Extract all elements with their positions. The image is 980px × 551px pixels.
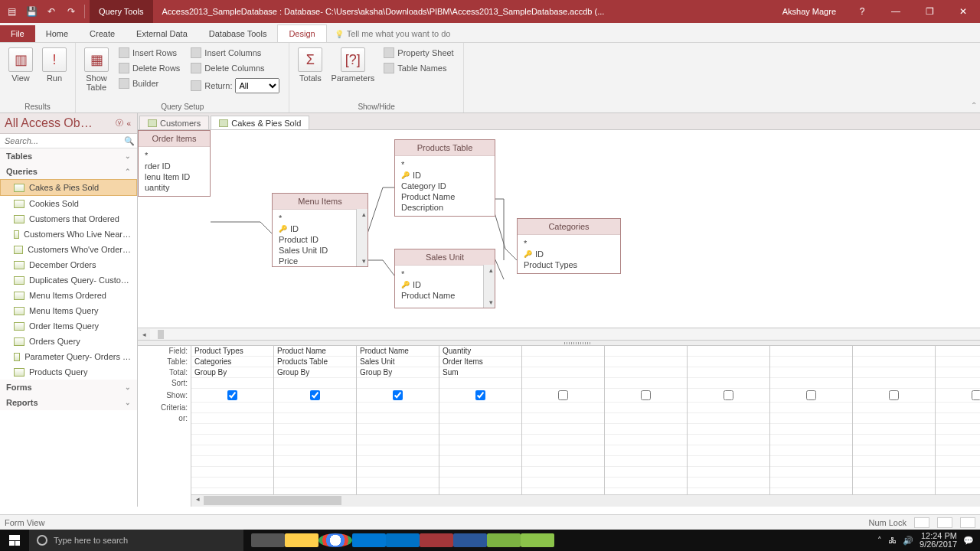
cell-criteria[interactable] (191, 403, 273, 413)
chrome-icon[interactable] (318, 530, 352, 551)
field-star[interactable]: * (143, 150, 205, 161)
cell-blank[interactable] (936, 478, 980, 488)
cell-sort[interactable] (605, 378, 687, 389)
nav-group-tables[interactable]: Tables⌄ (0, 148, 137, 164)
tab-design[interactable]: Design (277, 24, 326, 42)
taskbar-search[interactable]: Type here to search (29, 530, 243, 551)
cell-blank[interactable] (357, 456, 439, 467)
cell-table[interactable]: Categories (191, 357, 273, 367)
app-icon[interactable] (521, 530, 554, 551)
cell-blank[interactable] (439, 478, 521, 488)
nav-query-item[interactable]: Order Items Query (0, 318, 137, 334)
show-checkbox[interactable] (227, 390, 237, 400)
view-button[interactable]: ▥View (6, 44, 35, 86)
cell-show[interactable] (936, 389, 980, 403)
query-diagram[interactable]: Order Items * rder ID lenu Item ID uanti… (138, 130, 980, 328)
user-name[interactable]: Akshay Magre (773, 7, 845, 16)
field-product-types[interactable]: Product Types (522, 259, 616, 270)
cell-blank[interactable] (274, 424, 356, 435)
tell-me-input[interactable]: Tell me what you want to do (327, 25, 459, 42)
cell-sort[interactable] (853, 378, 935, 389)
table-sales-unit[interactable]: ▴ ▾ Sales Unit * 🔑ID Product Name (394, 249, 495, 308)
grid-column[interactable]: Product NameSales UnitGroup By (357, 346, 439, 507)
cell-sort[interactable] (688, 378, 769, 389)
view-design-icon[interactable] (960, 517, 975, 528)
cell-show[interactable] (853, 389, 935, 403)
grid-column[interactable]: Product NameProducts TableGroup By (274, 346, 357, 507)
cell-total[interactable]: Sum (439, 367, 521, 378)
field-id[interactable]: 🔑ID (277, 223, 363, 234)
nav-query-item[interactable]: Customers Who've Order… (0, 242, 137, 257)
cell-show[interactable] (191, 389, 273, 403)
field-menu-item-id[interactable]: lenu Item ID (143, 171, 205, 182)
cell-or[interactable] (853, 413, 935, 424)
nav-query-item[interactable]: Orders Query (0, 334, 137, 349)
cell-table[interactable] (770, 357, 852, 367)
save-icon[interactable]: 💾 (24, 5, 38, 18)
nav-group-queries[interactable]: Queries⌃ (0, 164, 137, 179)
start-button[interactable] (0, 530, 29, 551)
grid-column[interactable] (522, 346, 605, 507)
search-icon[interactable]: 🔍 (122, 134, 137, 148)
field-id[interactable]: 🔑ID (400, 279, 490, 290)
cell-sort[interactable] (274, 378, 356, 389)
cell-blank[interactable] (439, 456, 521, 467)
cell-or[interactable] (274, 413, 356, 424)
show-checkbox[interactable] (889, 390, 899, 400)
minimize-icon[interactable]: — (879, 0, 913, 23)
cell-table[interactable] (853, 357, 935, 367)
cell-blank[interactable] (770, 456, 852, 467)
grid-column[interactable] (605, 346, 688, 507)
field-star[interactable]: * (522, 238, 616, 249)
cell-blank[interactable] (274, 435, 356, 445)
tab-external-data[interactable]: External Data (126, 25, 198, 42)
collapse-ribbon-icon[interactable]: ⌃ (971, 101, 977, 109)
cell-sort[interactable] (439, 378, 521, 389)
cell-field[interactable]: Product Name (357, 346, 439, 357)
cell-show[interactable] (605, 389, 687, 403)
word-icon[interactable] (453, 530, 487, 551)
cell-table[interactable]: Sales Unit (357, 357, 439, 367)
field-star[interactable]: * (400, 269, 490, 279)
cell-blank[interactable] (522, 467, 604, 478)
totals-button[interactable]: ΣTotals (296, 44, 325, 86)
cell-total[interactable] (522, 367, 604, 378)
cell-blank[interactable] (274, 478, 356, 488)
show-table-button[interactable]: ▦Show Table (82, 44, 111, 95)
cell-blank[interactable] (853, 435, 935, 445)
cell-table[interactable] (522, 357, 604, 367)
insert-rows-button[interactable]: Insert Rows (116, 46, 183, 60)
cell-criteria[interactable] (274, 403, 356, 413)
cell-blank[interactable] (357, 445, 439, 456)
scroll-up-icon[interactable]: ▴ (489, 266, 493, 274)
cell-total[interactable] (936, 367, 980, 378)
cell-criteria[interactable] (605, 403, 687, 413)
outlook-icon[interactable] (386, 530, 420, 551)
cell-blank[interactable] (522, 435, 604, 445)
nav-collapse-icon[interactable]: « (125, 119, 132, 128)
cell-field[interactable] (605, 346, 687, 357)
show-checkbox[interactable] (393, 390, 403, 400)
field-id[interactable]: 🔑ID (522, 249, 616, 259)
cell-sort[interactable] (522, 378, 604, 389)
table-menu-items[interactable]: ▴ ▾ Menu Items * 🔑ID Product ID Sales Un… (272, 193, 368, 267)
help-icon[interactable]: ? (845, 0, 879, 23)
cell-blank[interactable] (274, 445, 356, 456)
scroll-left-icon[interactable]: ◂ (138, 331, 150, 338)
cell-criteria[interactable] (688, 403, 769, 413)
cell-or[interactable] (357, 413, 439, 424)
cell-blank[interactable] (853, 456, 935, 467)
tab-home[interactable]: Home (35, 25, 79, 42)
field-sales-unit-id[interactable]: Sales Unit ID (277, 245, 363, 256)
scroll-track[interactable] (150, 329, 980, 340)
insert-columns-button[interactable]: Insert Columns (188, 46, 283, 60)
return-select[interactable]: All (235, 78, 279, 93)
cell-blank[interactable] (770, 445, 852, 456)
access-icon[interactable] (420, 530, 453, 551)
cell-total[interactable] (688, 367, 769, 378)
cell-show[interactable] (770, 389, 852, 403)
scroll-track[interactable] (204, 495, 980, 507)
cell-total[interactable]: Group By (191, 367, 273, 378)
cell-table[interactable] (688, 357, 769, 367)
cell-blank[interactable] (853, 445, 935, 456)
